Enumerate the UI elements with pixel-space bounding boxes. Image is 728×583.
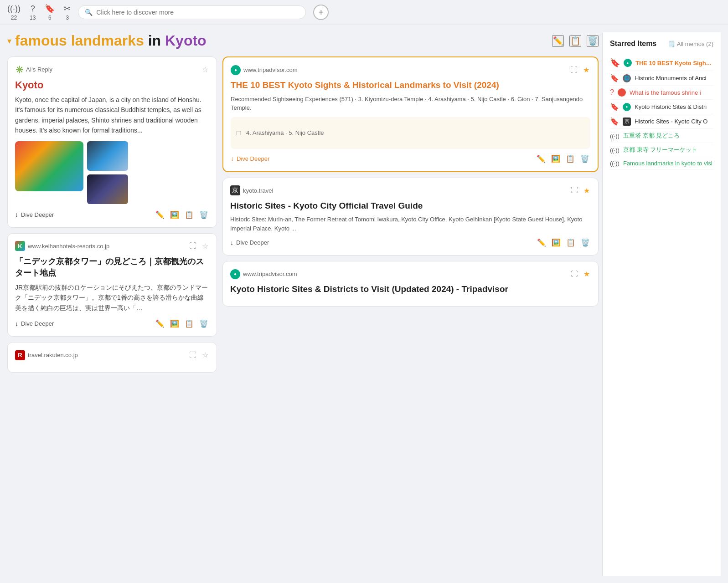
ta1-copy-button[interactable]: 📋 (565, 153, 576, 164)
kyoto-official-title: Historic Sites - Kyoto City Official Tra… (230, 200, 591, 212)
page-title-actions: ✏️ 📋 🗑️ (552, 35, 599, 47)
ta1-star-button[interactable]: ★ (582, 65, 590, 75)
kyoto-official-star-button[interactable]: ★ (583, 185, 591, 196)
kyoto-img-bg-2 (87, 141, 128, 171)
sparkle-icon: ✳️ (15, 65, 24, 74)
sidebar-globe-icon: 🌐 (623, 74, 631, 82)
topbar: ((·)) 22 ? 13 🔖 6 ✂ 3 🔍 + (0, 0, 728, 25)
ai-footer-actions: ✏️ 🖼️ 📋 🗑️ (155, 210, 209, 220)
keihan-star-button[interactable]: ☆ (201, 241, 209, 251)
kyoto-official-card: 京 kyoto.travel ⛶ ★ Historic Sites - Kyot… (222, 178, 599, 256)
ta2-header: ● www.tripadvisor.com ⛶ ★ (230, 269, 591, 279)
ta1-edit-button[interactable]: ✏️ (536, 153, 547, 164)
ta2-expand-button[interactable]: ⛶ (570, 269, 579, 279)
sidebar-bookmark-3-icon: 🔖 (610, 102, 619, 111)
sidebar-item-kyoto-city-official[interactable]: 🔖 京 Historic Sites - Kyoto City O (610, 114, 713, 129)
topbar-question-icon[interactable]: ? 13 (30, 4, 36, 21)
rakuten-expand-button[interactable]: ⛶ (188, 350, 197, 360)
ta2-source-text: www.tripadvisor.com (243, 271, 297, 277)
kyoto-official-actions: ⛶ ★ (570, 185, 591, 196)
dive-arrow-icon: ↓ (15, 211, 18, 218)
sidebar-bookmark-4-icon: 🔖 (610, 117, 619, 126)
topbar-bookmark-icon[interactable]: 🔖 6 (45, 4, 55, 21)
ai-dive-deeper[interactable]: ↓ Dive Deeper (15, 211, 54, 218)
rakuten-icon: R (15, 350, 25, 360)
rakuten-card: R travel.rakuten.co.jp ⛶ ☆ (7, 342, 217, 373)
ta1-expand-button[interactable]: ⛶ (569, 65, 578, 75)
sidebar-item-famous-landmarks[interactable]: ((·)) Famous landmarks in kyoto to visi (610, 157, 713, 170)
sidebar-ta-icon-1: ● (624, 59, 632, 67)
sidebar-item-toji[interactable]: ((·)) 京都 東寺 フリーマーケット (610, 143, 713, 157)
ta1-delete-button[interactable]: 🗑️ (579, 153, 590, 164)
ta1-title: THE 10 BEST Kyoto Sights & Historical La… (231, 80, 590, 91)
kyoto-img-bg-3 (87, 174, 128, 204)
ta2-source: ● www.tripadvisor.com (230, 269, 297, 279)
search-input[interactable] (96, 9, 299, 16)
ai-reply-label: AI's Reply (26, 66, 52, 73)
sidebar-item-ta10best[interactable]: 🔖 ● THE 10 BEST Kyoto Sights & (610, 55, 713, 71)
keihan-icon: K (15, 241, 25, 251)
search-bar[interactable]: 🔍 (78, 5, 306, 19)
ai-edit-button[interactable]: ✏️ (155, 210, 165, 220)
keihan-image-button[interactable]: 🖼️ (169, 318, 180, 329)
rakuten-star-button[interactable]: ☆ (201, 350, 209, 360)
ta1-image-button[interactable]: 🖼️ (550, 153, 561, 164)
ta1-footer: ↓ Dive Deeper ✏️ 🖼️ 📋 🗑️ (231, 153, 590, 164)
ai-star-button[interactable]: ☆ (201, 64, 209, 75)
sidebar-ta-icon-2: ● (623, 103, 631, 111)
radio-symbol: ((·)) (7, 4, 21, 14)
ai-delete-button[interactable]: 🗑️ (198, 210, 209, 220)
ai-copy-button[interactable]: 📋 (184, 210, 195, 220)
keihan-copy-button[interactable]: 📋 (184, 318, 195, 329)
copy-title-button[interactable]: 📋 (569, 35, 581, 47)
topbar-scissor-icon[interactable]: ✂ 3 (64, 4, 71, 21)
edit-title-button[interactable]: ✏️ (552, 35, 564, 47)
kyoto-official-delete-button[interactable]: 🗑️ (580, 237, 591, 248)
question-symbol: ? (31, 4, 35, 14)
ta1-footer-actions: ✏️ 🖼️ 📋 🗑️ (536, 153, 590, 164)
keihan-delete-button[interactable]: 🗑️ (198, 318, 209, 329)
sidebar-item-gojunoto[interactable]: ((·)) 五重塔 京都 見どころ (610, 129, 713, 143)
sidebar-bookmark-1-icon: 🔖 (610, 74, 619, 82)
keihan-expand-button[interactable]: ⛶ (188, 241, 197, 251)
left-panel: ▾ famous landmarks in Kyoto ✏️ 📋 🗑️ ✳ (7, 32, 602, 576)
col-right: ● www.tripadvisor.com ⛶ ★ THE 10 BEST Ky… (222, 56, 599, 576)
ai-image-button[interactable]: 🖼️ (169, 210, 180, 220)
search-icon: 🔍 (85, 9, 93, 16)
keihan-dive-deeper[interactable]: ↓ Dive Deeper (15, 320, 54, 327)
kyoto-official-edit-button[interactable]: ✏️ (536, 237, 547, 248)
delete-title-button[interactable]: 🗑️ (587, 35, 599, 47)
keihan-dive-arrow: ↓ (15, 320, 18, 327)
kyoto-official-image-button[interactable]: 🖼️ (551, 237, 562, 248)
excerpt-checkbox[interactable]: ☐ (236, 129, 242, 136)
keihan-edit-button[interactable]: ✏️ (155, 318, 165, 329)
sidebar-item-kyoto-historic-districts[interactable]: 🔖 ● Kyoto Historic Sites & Distri (610, 100, 713, 114)
ta1-dive-deeper[interactable]: ↓ Dive Deeper (231, 155, 269, 162)
ta2-actions: ⛶ ★ (570, 269, 591, 279)
kyoto-official-dive-deeper[interactable]: ↓ Dive Deeper (230, 239, 269, 246)
sidebar-item-famous-shrine[interactable]: ? What is the famous shrine i (610, 86, 713, 100)
sidebar-wifi-2-icon: ((·)) (610, 147, 620, 153)
kyoto-official-copy-button[interactable]: 📋 (565, 237, 576, 248)
sidebar-item-ta10best-text: THE 10 BEST Kyoto Sights & (635, 60, 713, 66)
kyoto-official-expand-button[interactable]: ⛶ (570, 185, 579, 195)
topbar-radio-icon[interactable]: ((·)) 22 (7, 4, 21, 21)
title-word-in: in (144, 32, 165, 49)
sidebar-memo[interactable]: 🗒️ All memos (2) (668, 41, 713, 47)
collapse-icon[interactable]: ▾ (7, 36, 11, 46)
title-word-kyoto: Kyoto (165, 32, 207, 49)
ta1-dive-label: Dive Deeper (237, 155, 269, 162)
ai-city-title: Kyoto (15, 79, 209, 91)
sidebar-wifi-1-icon: ((·)) (610, 133, 620, 139)
sidebar-item-toji-text: 京都 東寺 フリーマーケット (623, 146, 713, 154)
sidebar: Starred Items 🗒️ All memos (2) 🔖 ● THE 1… (602, 32, 721, 576)
keihan-text: JR京都駅前の抜群のロケーションにそびえたつ、京都のランドマーク「ニデック京都タ… (15, 282, 209, 313)
add-button[interactable]: + (313, 5, 329, 20)
sidebar-item-historic-monuments[interactable]: 🔖 🌐 Historic Monuments of Anci (610, 71, 713, 86)
sidebar-kyoto-kanji-icon: 京 (623, 118, 631, 126)
keihan-actions: ⛶ ☆ (188, 241, 209, 251)
kyoto-travel-icon: 京 (230, 185, 240, 195)
kyoto-official-header: 京 kyoto.travel ⛶ ★ (230, 185, 591, 196)
scissor-symbol: ✂ (64, 4, 71, 14)
ta2-star-button[interactable]: ★ (583, 269, 591, 279)
